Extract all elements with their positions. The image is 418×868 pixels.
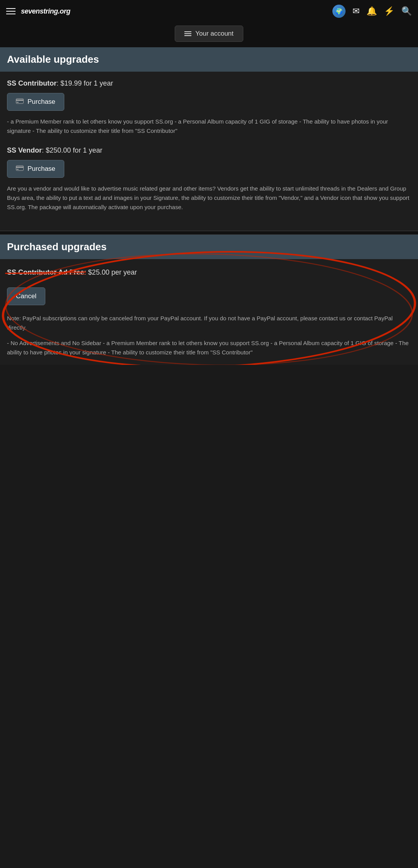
lightning-icon[interactable]: ⚡: [384, 6, 394, 16]
paypal-note: Note: PayPal subscriptions can only be c…: [7, 314, 411, 332]
cancel-button[interactable]: Cancel: [7, 287, 45, 305]
svg-rect-4: [16, 167, 24, 168]
svg-rect-5: [17, 169, 19, 170]
section-divider: [0, 231, 418, 235]
nav-icons-group: 🌍 ✉ 🔔 ⚡ 🔍: [332, 5, 412, 18]
bell-icon[interactable]: 🔔: [366, 6, 377, 16]
purchase-button-vendor[interactable]: Purchase: [7, 160, 64, 178]
upgrade-item-title-contributor: SS Contributor: $19.99 for 1 year: [7, 79, 411, 88]
upgrade-description-contributor: - a Premium Member rank to let others kn…: [7, 117, 411, 136]
mail-icon[interactable]: ✉: [353, 6, 360, 16]
user-avatar[interactable]: 🌍: [332, 5, 346, 18]
site-logo: sevenstring.org: [21, 7, 327, 15]
card-icon-contributor: [16, 98, 24, 105]
upgrade-description-vendor: Are you a vendor and would like to adver…: [7, 184, 411, 212]
top-navigation: sevenstring.org 🌍 ✉ 🔔 ⚡ 🔍: [0, 0, 418, 22]
card-icon-vendor: [16, 165, 24, 172]
purchased-upgrades-section: SS Contributor Ad Free : $25.00 per year…: [0, 259, 418, 365]
available-upgrades-header: Available upgrades: [0, 47, 418, 72]
upgrade-item-ss-contributor: SS Contributor: $19.99 for 1 year Purcha…: [7, 79, 411, 136]
hamburger-menu-button[interactable]: [6, 8, 15, 14]
available-upgrades-section: SS Contributor: $19.99 for 1 year Purcha…: [0, 72, 418, 231]
your-account-button[interactable]: Your account: [175, 26, 243, 42]
svg-rect-1: [16, 100, 24, 101]
purchased-item-description: - No Advertisements and No Sidebar - a P…: [7, 339, 411, 357]
purchased-upgrades-header: Purchased upgrades: [0, 235, 418, 259]
purchased-item-title: SS Contributor Ad Free : $25.00 per year: [7, 268, 411, 277]
account-bar: Your account: [0, 22, 418, 47]
available-upgrades-title: Available upgrades: [7, 53, 411, 65]
purchased-upgrades-title: Purchased upgrades: [7, 241, 411, 253]
upgrade-item-title-vendor: SS Vendor: $250.00 for 1 year: [7, 146, 411, 155]
account-menu-icon: [184, 31, 191, 36]
svg-rect-0: [16, 99, 24, 104]
svg-rect-3: [16, 166, 24, 171]
upgrade-item-ss-vendor: SS Vendor: $250.00 for 1 year Purchase A…: [7, 146, 411, 212]
purchase-button-contributor[interactable]: Purchase: [7, 93, 64, 111]
purchased-item-ad-free: SS Contributor Ad Free : $25.00 per year…: [7, 267, 411, 314]
search-icon[interactable]: 🔍: [401, 6, 412, 16]
purchased-item-name-container: SS Contributor Ad Free: [7, 268, 84, 277]
svg-rect-2: [17, 102, 19, 103]
